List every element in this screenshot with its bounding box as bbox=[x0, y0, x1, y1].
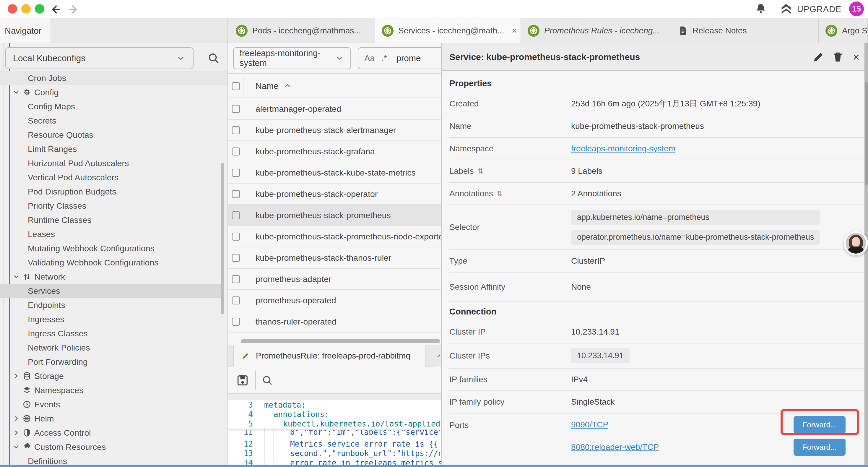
row-checkbox[interactable] bbox=[232, 169, 240, 177]
tab-release-notes[interactable]: Release Notes bbox=[671, 18, 819, 43]
notification-count-badge[interactable]: 15 bbox=[849, 1, 864, 16]
sidebar-item-namespaces[interactable]: Namespaces bbox=[0, 383, 228, 397]
tab-argo-se[interactable]: Argo Se bbox=[819, 18, 868, 43]
regex-toggle[interactable]: .* bbox=[381, 54, 387, 63]
sidebar-item-leases[interactable]: Leases bbox=[0, 227, 228, 241]
row-checkbox[interactable] bbox=[232, 147, 240, 155]
sidebar-item-secrets[interactable]: Secrets bbox=[0, 114, 228, 128]
namespace-filter-dropdown[interactable]: freeleaps-monitoring-system bbox=[233, 47, 351, 69]
select-all-checkbox[interactable] bbox=[232, 82, 240, 90]
table-row-kube-prometheus-stack-kube-s[interactable]: kube-prometheus-stack-kube-state-metrics bbox=[228, 162, 441, 183]
sidebar-item-pod-disruption-budgets[interactable]: Pod Disruption Budgets bbox=[0, 184, 228, 199]
sidebar-item-network-policies[interactable]: Network Policies bbox=[0, 341, 228, 355]
chevron-down-icon[interactable] bbox=[12, 273, 20, 281]
sort-toggle-icon[interactable]: ⇅ bbox=[497, 189, 502, 198]
tab-prometheus-rules-icechen[interactable]: Prometheus Rules - icecheng... bbox=[521, 18, 671, 43]
chevron-right-icon[interactable] bbox=[12, 429, 20, 437]
table-horizontal-scrollbar[interactable] bbox=[241, 339, 440, 343]
editor-tab-prometheusrule[interactable]: PrometheusRule: freeleaps-prod-rabbitmq bbox=[234, 345, 426, 367]
save-icon[interactable] bbox=[236, 374, 249, 387]
table-row-kube-prometheus-stack-thanos[interactable]: kube-prometheus-stack-thanos-ruler bbox=[228, 247, 441, 269]
sidebar-item-validating-webhook-configurations[interactable]: Validating Webhook Configurations bbox=[0, 255, 228, 269]
close-icon[interactable]: × bbox=[849, 50, 863, 64]
table-row-kube-prometheus-stack-operat[interactable]: kube-prometheus-stack-operator bbox=[228, 183, 441, 205]
details-scrollbar-thumb[interactable] bbox=[865, 82, 868, 185]
editor-search-icon[interactable] bbox=[261, 374, 274, 387]
chevron-right-icon[interactable] bbox=[12, 372, 20, 380]
sidebar-item-storage[interactable]: Storage bbox=[0, 369, 228, 383]
sidebar-item-runtime-classes[interactable]: Runtime Classes bbox=[0, 213, 228, 227]
sidebar-item-services[interactable]: Services bbox=[0, 284, 221, 298]
sidebar-item-mutating-webhook-configurations[interactable]: Mutating Webhook Configurations bbox=[0, 241, 228, 255]
yaml-editor[interactable]: 3metadata:4annotations:5kubectl.kubernet… bbox=[228, 400, 441, 465]
close-tab-icon[interactable]: × bbox=[512, 26, 517, 36]
row-checkbox[interactable] bbox=[232, 190, 240, 198]
port-link[interactable]: 8080:reloader-web/TCP bbox=[571, 442, 659, 452]
row-checkbox[interactable] bbox=[232, 275, 240, 283]
sidebar-item-network[interactable]: Network bbox=[0, 269, 228, 284]
sidebar-search-icon[interactable] bbox=[207, 52, 220, 65]
row-checkbox[interactable] bbox=[232, 211, 240, 219]
sidebar-item-ingresses[interactable]: Ingresses bbox=[0, 312, 228, 326]
kubeconfig-selector[interactable]: Local Kubeconfigs bbox=[5, 47, 193, 69]
runbook-url-link[interactable]: https://net bbox=[401, 449, 441, 458]
upgrade-button[interactable]: UPGRADE bbox=[779, 2, 841, 16]
resource-search-input[interactable]: Aa .* prome bbox=[358, 47, 441, 69]
delete-icon[interactable] bbox=[831, 50, 845, 64]
sidebar-item-port-forwarding[interactable]: Port Forwarding bbox=[0, 355, 228, 369]
editor-tab-clipped[interactable] bbox=[434, 345, 441, 367]
row-checkbox[interactable] bbox=[232, 296, 240, 304]
table-row-prometheus-operated[interactable]: prometheus-operated bbox=[228, 290, 441, 311]
minimize-window-button[interactable] bbox=[21, 4, 31, 13]
chevron-right-icon[interactable] bbox=[12, 415, 20, 422]
table-row-alertmanager-operated[interactable]: alertmanager-operated bbox=[228, 98, 441, 120]
table-row-prometheus-adapter[interactable]: prometheus-adapter bbox=[228, 269, 441, 290]
notifications-bell-icon[interactable] bbox=[754, 2, 768, 16]
table-row-kube-prometheus-stack-grafan[interactable]: kube-prometheus-stack-grafana bbox=[228, 141, 441, 162]
table-row-kube-prometheus-stack-promet[interactable]: kube-prometheus-stack-prometheus-node-ex… bbox=[228, 226, 441, 247]
sidebar-item-endpoints[interactable]: Endpoints bbox=[0, 298, 228, 312]
port-link[interactable]: 9090/TCP bbox=[571, 420, 608, 430]
details-scrollbar-track[interactable] bbox=[864, 43, 868, 465]
sidebar-item-custom-resources[interactable]: Custom Resources bbox=[0, 440, 228, 454]
sidebar-item-horizontal-pod-autoscalers[interactable]: Horizontal Pod Autoscalers bbox=[0, 156, 228, 170]
sidebar-item-limit-ranges[interactable]: Limit Ranges bbox=[0, 142, 228, 156]
name-column-header[interactable]: Name bbox=[255, 74, 291, 98]
sidebar-item-ingress-classes[interactable]: Ingress Classes bbox=[0, 326, 228, 341]
row-checkbox[interactable] bbox=[232, 254, 240, 262]
sidebar-item-helm[interactable]: Helm bbox=[0, 411, 228, 426]
chevron-down-icon[interactable] bbox=[12, 443, 20, 451]
sidebar-item-definitions[interactable]: Definitions bbox=[0, 454, 228, 465]
forward-button[interactable]: Forward... bbox=[794, 439, 845, 456]
maximize-window-button[interactable] bbox=[35, 4, 44, 13]
table-row-kube-prometheus-stack-alertm[interactable]: kube-prometheus-stack-alertmanager bbox=[228, 120, 441, 141]
row-checkbox[interactable] bbox=[232, 318, 240, 326]
tab-services-icecheng-math-[interactable]: Services - icecheng@math...× bbox=[375, 18, 521, 43]
sidebar-item-events[interactable]: Events bbox=[0, 397, 228, 411]
assistant-avatar[interactable] bbox=[844, 231, 868, 255]
navigator-panel-tab[interactable]: Navigator bbox=[0, 18, 50, 43]
sort-toggle-icon[interactable]: ⇅ bbox=[477, 167, 483, 175]
sidebar-item-config-maps[interactable]: Config Maps bbox=[0, 99, 228, 114]
sidebar-item-vertical-pod-autoscalers[interactable]: Vertical Pod Autoscalers bbox=[0, 170, 228, 184]
chevron-down-icon[interactable] bbox=[12, 88, 20, 96]
edit-icon[interactable] bbox=[812, 50, 825, 64]
sidebar-item-priority-classes[interactable]: Priority Classes bbox=[0, 199, 228, 213]
match-case-toggle[interactable]: Aa bbox=[364, 54, 375, 63]
sidebar-item-access-control[interactable]: Access Control bbox=[0, 426, 228, 440]
forward-icon[interactable] bbox=[67, 3, 80, 16]
row-checkbox[interactable] bbox=[232, 105, 240, 113]
namespace-link[interactable]: freeleaps-monitoring-system bbox=[571, 144, 675, 153]
back-icon[interactable] bbox=[49, 3, 61, 16]
row-checkbox[interactable] bbox=[232, 233, 240, 241]
sidebar-item-cron-jobs[interactable]: Cron Jobs bbox=[0, 71, 228, 85]
row-checkbox[interactable] bbox=[232, 126, 240, 134]
sidebar-item-resource-quotas[interactable]: Resource Quotas bbox=[0, 128, 228, 142]
table-row-kube-prometheus-stack-promet[interactable]: kube-prometheus-stack-prometheus bbox=[228, 205, 441, 226]
tab-pods-icecheng-mathmas-[interactable]: Pods - icecheng@mathmas... bbox=[229, 18, 375, 43]
sidebar-scrollbar[interactable] bbox=[221, 163, 224, 314]
forward-button[interactable]: Forward... bbox=[794, 416, 845, 433]
table-row-thanos-ruler-operated[interactable]: thanos-ruler-operated bbox=[228, 311, 441, 332]
close-window-button[interactable] bbox=[8, 4, 17, 13]
sidebar-item-config[interactable]: Config bbox=[0, 85, 228, 99]
